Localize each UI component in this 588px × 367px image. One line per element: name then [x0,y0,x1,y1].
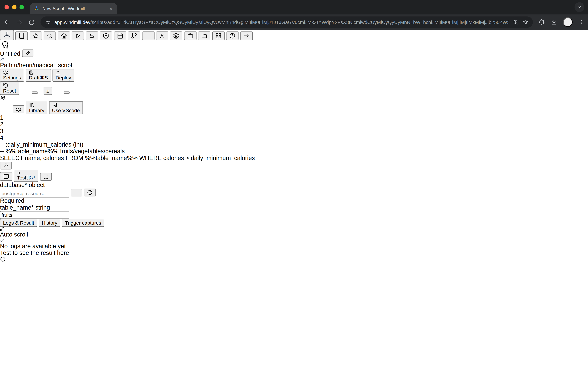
sidebar-item-settings[interactable] [170,32,183,40]
main-area: Untitled Path u/henri/magical_script Set… [0,40,588,262]
bookmark-star-icon[interactable] [522,19,528,25]
sidebar-item-schedules[interactable] [114,32,126,40]
browser-toolbar: app.windmill.dev/scripts/add#JTdCJTIyaGF… [0,14,588,30]
sidebar-item-create[interactable] [142,32,154,40]
back-icon[interactable] [4,19,10,25]
close-window-button[interactable] [5,5,9,9]
sidebar-item-runs[interactable] [72,32,84,40]
help-icon [229,33,235,39]
table-name-input[interactable] [0,211,69,219]
save-icon [29,70,34,75]
new-tab-icon[interactable] [121,5,132,12]
library-button[interactable]: Library [26,101,47,114]
test-button[interactable]: Test⌘↵ [14,170,38,182]
database-input[interactable] [0,190,69,198]
settings-button[interactable]: Settings [0,69,24,82]
tab-history[interactable]: History [39,219,60,227]
maximize-window-button[interactable] [19,5,24,9]
scripts-icon [18,33,25,39]
workers-icon [187,33,193,39]
sidebar-item-scripts[interactable] [16,32,28,40]
editor-gutter: 1234 [0,114,588,141]
add-resource-button[interactable] [71,189,82,196]
tab-logs-result[interactable]: Logs & Result [0,219,37,227]
workspace: 1234 -- :daily_minimum_calories (int)-- … [0,114,588,262]
line-number[interactable]: 1 [0,114,588,121]
vscode-icon [52,102,57,108]
code-lines: -- :daily_minimum_calories (int)-- %%tab… [0,141,588,162]
sidebar-item-resources[interactable] [100,32,112,40]
panel-toggle-icon[interactable] [0,172,12,181]
sidebar-item-folders[interactable] [198,32,210,40]
panel-tabs: Logs & Result History Trigger captures [0,219,588,227]
extensions-icon[interactable] [538,19,545,25]
forward-icon[interactable] [16,19,23,25]
reset-button[interactable]: Reset [0,82,19,95]
editor-settings-icon[interactable] [13,105,24,113]
result-placeholder: Test to see the result here [0,250,69,256]
sidebar-item-home[interactable] [58,32,70,40]
path-chip[interactable]: Path u/henri/magical_script [0,57,588,69]
download-icon[interactable] [551,19,557,25]
code-line[interactable]: -- :daily_minimum_calories (int) [0,141,588,148]
gear-icon [3,70,8,75]
ai-assistant-button[interactable] [0,162,12,169]
code-line[interactable]: -- %%table_name%% fruits/vegetables/cere… [0,148,588,155]
info-icon[interactable] [0,257,588,262]
focus-mode-button[interactable] [40,173,52,181]
auto-scroll-control[interactable]: Auto scroll [0,227,588,243]
sidebar-item-search[interactable] [43,32,56,40]
line-number[interactable]: 4 [0,134,588,141]
test-shortcut: ⌘↵ [26,175,35,181]
folders-icon [201,33,207,39]
diff-icon[interactable]: ± [43,87,52,95]
use-vscode-button[interactable]: Use VScode [49,101,83,114]
reload-icon[interactable] [28,19,35,25]
sidebar-item-workers[interactable] [184,32,196,40]
close-tab-icon[interactable]: × [109,6,113,11]
code-editor[interactable]: 1234 -- :daily_minimum_calories (int)-- … [0,114,588,170]
sidebar-item-help[interactable] [226,32,239,40]
sidebar-item-variables[interactable] [86,32,98,40]
sidebar-item-users[interactable] [156,32,168,40]
browser-menu-icon[interactable] [578,19,584,25]
sidebar-item-triggers[interactable] [128,32,140,40]
multiplayer-toggle[interactable] [64,92,69,94]
edit-title-icon[interactable] [22,50,33,57]
path-value: u/henri/magical_script [14,62,72,68]
tab-search-icon[interactable] [574,2,584,12]
site-info-icon[interactable] [45,19,50,25]
script-title[interactable]: Untitled [0,50,20,57]
schedules-icon [117,33,123,39]
line-number[interactable]: 2 [0,121,588,128]
windmill-favicon [34,6,39,11]
zoom-icon[interactable] [512,19,519,25]
triggers-icon [131,33,137,39]
left-sidebar [0,30,588,40]
address-bar[interactable]: app.windmill.dev/scripts/add#JTdCJTIyaGF… [41,17,533,28]
expand-sidebar-button[interactable] [240,32,253,40]
refresh-resources-icon[interactable] [84,189,96,196]
profile-avatar[interactable] [563,17,573,27]
table-name-field-type: string [35,204,50,211]
diff-toggle[interactable] [32,92,38,94]
deploy-button[interactable]: Deploy [52,69,74,82]
table-name-field-label: table_name* string [0,204,588,211]
expand-icon[interactable] [0,227,5,231]
draft-button[interactable]: Draft⌘S [26,69,51,82]
multiplayer-icon [0,95,588,101]
browser-tab[interactable]: New Script | Windmill × [30,3,117,14]
favorites-icon [33,33,39,39]
sidebar-item-favorites[interactable] [30,32,42,40]
create-icon [145,33,151,39]
window-controls [5,5,24,9]
user-icon [159,33,165,39]
windmill-logo[interactable] [0,30,14,40]
minimize-window-button[interactable] [12,5,17,9]
sidebar-item-apps[interactable] [212,32,225,40]
gear-icon [173,33,179,39]
result-section: Test to see the result here [0,250,588,262]
code-line[interactable]: SELECT name, calories FROM %%table_name%… [0,155,588,162]
line-number[interactable]: 3 [0,128,588,135]
tab-trigger-captures[interactable]: Trigger captures [62,219,104,227]
